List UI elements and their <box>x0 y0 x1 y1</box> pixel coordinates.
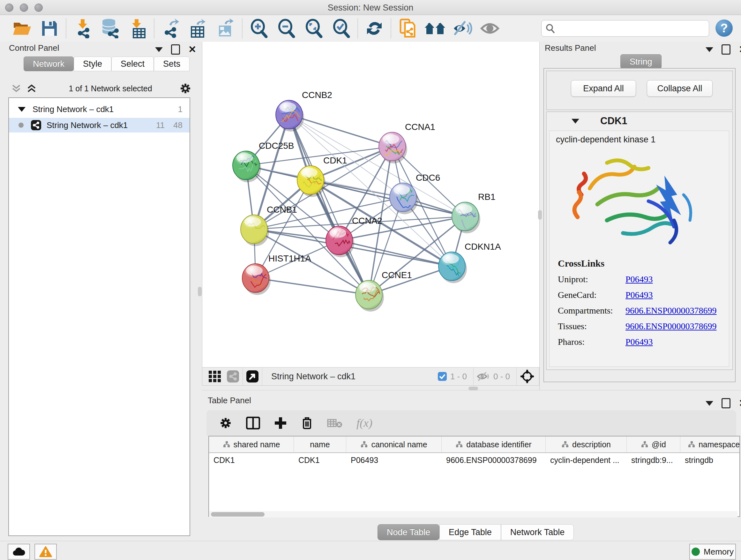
table-cell[interactable]: cyclin-dependent ... <box>546 453 627 467</box>
panel-float-icon[interactable] <box>171 44 180 55</box>
tab-network[interactable]: Network <box>23 57 74 71</box>
show-hide-button[interactable] <box>449 17 476 40</box>
help-button[interactable]: ? <box>716 19 733 37</box>
node-result-header[interactable]: CDK1 <box>547 112 732 130</box>
add-column-icon[interactable] <box>274 417 287 429</box>
expand-all-button[interactable]: Expand All <box>571 80 636 97</box>
node-table[interactable]: shared namenamecanonical namedatabase id… <box>208 436 740 517</box>
selected-checkbox-icon[interactable] <box>437 372 447 381</box>
tab-select[interactable]: Select <box>111 57 154 71</box>
string-network-graph[interactable]: CCNB2CCNA1CDC25BCDK1CDC6RB1CCNB1CCNA2CDK… <box>202 42 539 367</box>
tab-edge-table[interactable]: Edge Table <box>440 524 501 540</box>
memory-button[interactable]: Memory <box>689 544 736 560</box>
column-header-shared-name[interactable]: shared name <box>209 436 294 452</box>
node-label-HIST1H1A: HIST1H1A <box>268 253 311 263</box>
table-cell[interactable]: stringdb:9... <box>627 453 680 467</box>
import-table-button[interactable] <box>124 17 151 40</box>
network-row-selected[interactable]: String Network – cdk1 11 48 <box>9 118 190 132</box>
column-header-name[interactable]: name <box>294 436 346 452</box>
control-panel-title: Control Panel <box>9 43 59 53</box>
tab-node-table[interactable]: Node Table <box>378 524 440 540</box>
column-header-description[interactable]: description <box>546 436 627 452</box>
results-panel-title: Results Panel <box>545 43 596 53</box>
panel-close-icon[interactable]: ✕ <box>739 399 741 408</box>
zoom-fit-button[interactable] <box>300 17 327 40</box>
hidden-eye-icon[interactable] <box>477 371 490 381</box>
copy-network-button[interactable] <box>394 17 421 40</box>
table-cell[interactable]: CDK1 <box>209 453 294 467</box>
open-in-window-icon[interactable] <box>246 370 259 383</box>
tab-network-table[interactable]: Network Table <box>501 524 574 540</box>
panel-float-icon[interactable] <box>722 44 731 55</box>
panel-float-icon[interactable] <box>722 398 731 408</box>
panel-menu-icon[interactable] <box>155 47 163 52</box>
warning-button[interactable] <box>35 544 57 560</box>
collapse-all-button[interactable]: Collapse All <box>647 80 713 97</box>
export-image-button[interactable] <box>212 17 239 40</box>
zoom-selected-button[interactable] <box>327 17 355 40</box>
network-collection-row[interactable]: String Network – cdk1 1 <box>9 102 190 117</box>
tab-sets[interactable]: Sets <box>154 57 190 71</box>
string-home-button[interactable] <box>421 17 449 40</box>
table-settings-icon[interactable] <box>219 417 232 429</box>
share-icon[interactable] <box>226 370 239 383</box>
save-session-button[interactable] <box>36 17 63 40</box>
expand-all-icon[interactable] <box>26 83 37 94</box>
import-network-database-button[interactable] <box>96 17 124 40</box>
export-table-button[interactable] <box>185 17 212 40</box>
table-cell[interactable]: stringdb <box>680 453 740 467</box>
panel-close-icon[interactable]: ✕ <box>739 45 741 54</box>
collection-expander-icon[interactable] <box>18 107 25 112</box>
split-view-icon[interactable] <box>246 417 260 429</box>
open-session-button[interactable] <box>8 17 36 40</box>
crosslink-link[interactable]: P06493 <box>625 290 653 300</box>
column-header--id[interactable]: @id <box>627 436 680 452</box>
import-network-button[interactable] <box>69 17 96 40</box>
cloud-button[interactable] <box>8 544 30 560</box>
panel-close-icon[interactable]: ✕ <box>188 45 196 54</box>
delete-column-icon[interactable] <box>301 416 313 430</box>
node-result-body: cyclin-dependent kinase 1 <box>549 131 729 367</box>
crosslink-link[interactable]: 9606.ENSP00000378699 <box>625 306 717 316</box>
network-options-gear-icon[interactable] <box>179 82 192 95</box>
delete-table-icon[interactable] <box>327 418 342 428</box>
import-table-icon <box>128 18 147 38</box>
horizontal-splitter-handle[interactable] <box>468 387 478 390</box>
node-expander-icon[interactable] <box>571 119 579 124</box>
column-header-namespace[interactable]: namespace <box>680 436 740 452</box>
scrollbar-thumb[interactable] <box>211 512 265 516</box>
left-splitter-handle[interactable] <box>198 287 202 296</box>
collapse-all-icon[interactable] <box>11 83 22 94</box>
crosslink-link[interactable]: P06493 <box>625 274 653 285</box>
crosslink-link[interactable]: P06493 <box>625 337 653 347</box>
export-network-button[interactable] <box>157 17 185 40</box>
zoom-in-button[interactable] <box>245 17 273 40</box>
panel-menu-icon[interactable] <box>705 401 713 406</box>
search-input[interactable] <box>558 23 705 34</box>
tab-style[interactable]: Style <box>74 57 111 71</box>
network-canvas[interactable]: CCNB2CCNA1CDC25BCDK1CDC6RB1CCNB1CCNA2CDK… <box>202 42 540 367</box>
grid-icon[interactable] <box>208 369 222 383</box>
right-splitter-handle[interactable] <box>538 210 542 220</box>
column-header-label: canonical name <box>371 440 427 449</box>
table-row[interactable]: CDK1CDK1P064939606.ENSP00000378699cyclin… <box>209 453 740 467</box>
table-cell[interactable]: P06493 <box>346 453 442 467</box>
function-builder-icon[interactable]: f(x) <box>356 416 373 430</box>
birdseye-icon[interactable] <box>520 369 535 384</box>
panel-menu-icon[interactable] <box>705 47 713 52</box>
tab-string[interactable]: String <box>620 54 662 69</box>
crosslinks-title: CrossLinks <box>558 258 717 269</box>
crosslink-link[interactable]: 9606.ENSP00000378699 <box>625 321 717 331</box>
zoom-out-button[interactable] <box>273 17 300 40</box>
column-header-database-identifier[interactable]: database identifier <box>442 436 546 452</box>
table-horizontal-scrollbar[interactable] <box>209 511 738 517</box>
column-header-canonical-name[interactable]: canonical name <box>346 436 442 452</box>
apply-layout-button[interactable] <box>360 17 388 40</box>
crosslink-label: Pharos: <box>558 337 625 347</box>
table-tabs: Node Table Edge Table Network Table <box>378 524 574 540</box>
main-toolbar: ? <box>0 15 741 42</box>
table-cell[interactable]: CDK1 <box>294 453 346 467</box>
export-network-icon <box>161 18 180 38</box>
table-cell[interactable]: 9606.ENSP00000378699 <box>442 453 546 467</box>
eye-button[interactable] <box>476 17 503 40</box>
